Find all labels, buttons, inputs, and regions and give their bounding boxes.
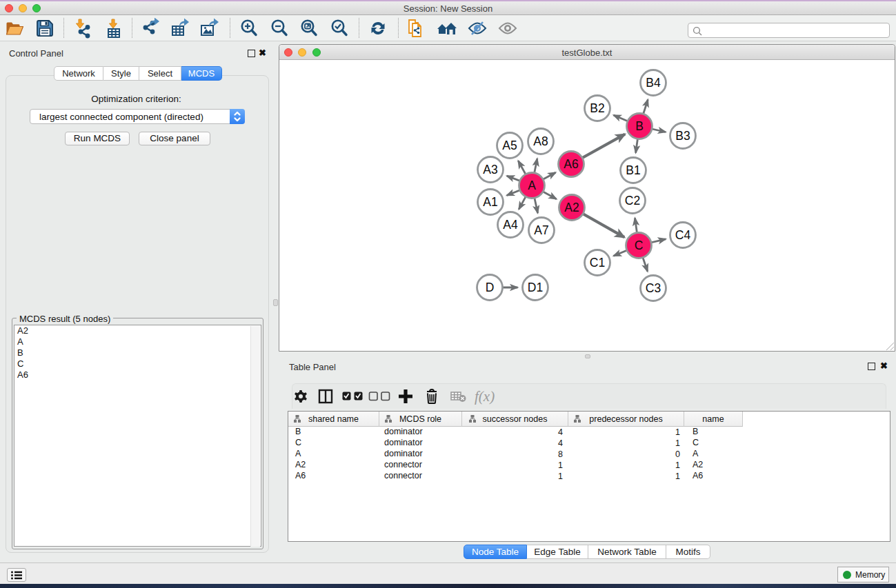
svg-text:C: C <box>635 239 644 252</box>
svg-text:A7: A7 <box>534 223 548 237</box>
svg-text:D1: D1 <box>528 281 543 294</box>
svg-text:D: D <box>486 281 495 294</box>
svg-text:C3: C3 <box>646 281 661 295</box>
svg-text:A5: A5 <box>502 139 517 152</box>
svg-text:f(x): f(x) <box>475 388 495 405</box>
svg-text:C4: C4 <box>675 228 691 242</box>
svg-text:A4: A4 <box>503 218 518 232</box>
svg-text:C1: C1 <box>590 256 605 270</box>
svg-text:A2: A2 <box>564 201 579 214</box>
svg-text:A3: A3 <box>483 163 497 176</box>
svg-text:A8: A8 <box>533 134 548 148</box>
svg-text:B1: B1 <box>626 163 640 177</box>
svg-text:A: A <box>528 179 536 192</box>
svg-text:A1: A1 <box>483 195 497 209</box>
svg-text:B2: B2 <box>590 101 604 115</box>
svg-text:B4: B4 <box>646 76 661 90</box>
svg-text:C2: C2 <box>625 194 640 207</box>
svg-text:B: B <box>635 119 644 133</box>
svg-text:B3: B3 <box>675 129 690 143</box>
svg-text:A6: A6 <box>564 157 578 171</box>
